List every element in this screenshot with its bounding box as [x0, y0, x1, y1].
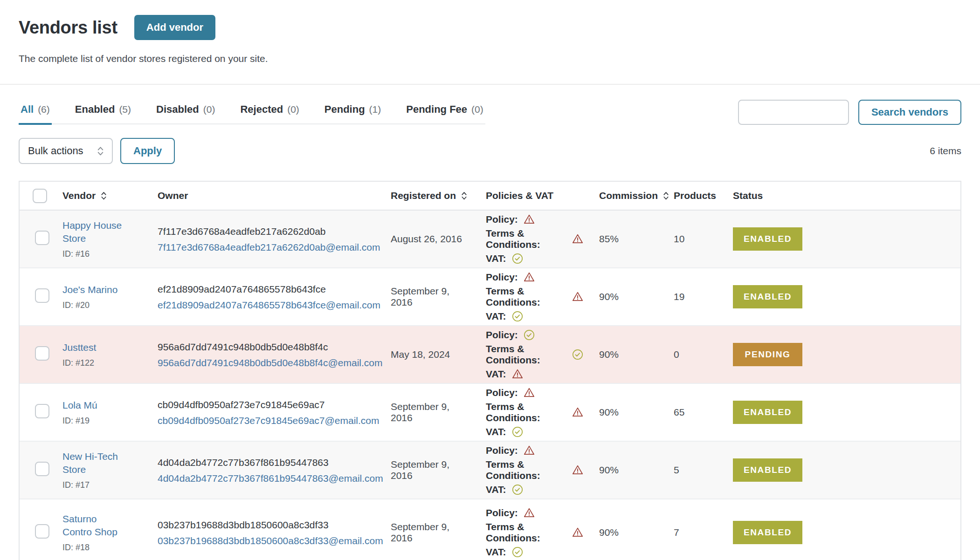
bulk-actions-select[interactable]: Bulk actions [19, 138, 113, 164]
chevron-updown-icon [97, 145, 104, 157]
tab-count: (6) [38, 104, 50, 115]
check-circle-icon [511, 546, 524, 558]
column-header-commission[interactable]: Commission [584, 190, 658, 201]
warning-icon [572, 464, 584, 476]
table-header-row: Vendor Owner Registered on Policies & VA… [20, 182, 960, 211]
vendor-id: ID: #17 [62, 480, 142, 490]
check-circle-icon [511, 253, 524, 265]
warning-icon [572, 291, 584, 303]
check-circle-icon [511, 484, 524, 496]
warning-icon [511, 368, 524, 380]
owner-name: 7f117e3d6768a4eadfeb217a6262d0ab [158, 225, 375, 238]
tab-count: (0) [287, 104, 299, 115]
registered-date: September 9, 2016 [375, 286, 470, 308]
column-header-registered-on[interactable]: Registered on [375, 190, 470, 201]
tab-all[interactable]: All (6) [19, 103, 52, 125]
column-label: Owner [158, 190, 188, 201]
page-subtitle: The complete list of vendor stores regis… [19, 53, 961, 64]
vendor-name-link[interactable]: Justtest [62, 341, 142, 354]
vendor-name-link[interactable]: New Hi-Tech Store [62, 450, 142, 477]
products-count: 7 [658, 527, 718, 538]
vat-label: VAT: [486, 426, 506, 437]
page-title: Vendors list [19, 18, 117, 38]
policy-label: Policy: [486, 214, 518, 225]
commission-value: 85% [584, 233, 658, 245]
column-label: Policies & VAT [486, 190, 553, 201]
vendor-name-link[interactable]: Saturno Contro Shop [62, 512, 119, 539]
column-label: Commission [599, 190, 658, 201]
add-vendor-button[interactable]: Add vendor [134, 15, 215, 40]
tab-rejected[interactable]: Rejected (0) [238, 103, 301, 125]
items-count: 6 items [930, 145, 961, 157]
table-row: Happy House Store ID: #16 7f117e3d6768a4… [20, 211, 960, 268]
check-circle-icon [523, 329, 535, 341]
vendor-name-link[interactable]: Joe's Marino [62, 283, 142, 296]
sort-icon [100, 191, 107, 201]
status-badge: PENDING [733, 343, 802, 366]
check-circle-icon [511, 310, 524, 322]
registered-date: May 18, 2024 [375, 349, 470, 360]
products-count: 5 [658, 464, 718, 476]
vendor-name-link[interactable]: Happy House Store [62, 219, 142, 246]
vendor-name-link[interactable]: Lola Mú [62, 399, 142, 412]
column-header-owner: Owner [142, 190, 375, 201]
registered-date: September 9, 2016 [375, 401, 470, 423]
vat-label: VAT: [486, 253, 506, 264]
policy-label: Policy: [486, 507, 518, 519]
check-circle-icon [572, 348, 584, 361]
owner-email-link[interactable]: 4d04da2b4772c77b367f861b95447863@email.c… [158, 473, 375, 484]
tab-count: (0) [471, 104, 483, 115]
tab-count: (0) [203, 104, 215, 115]
owner-email-link[interactable]: 03b237b19688d3bdb1850600a8c3df33@email.c… [158, 535, 375, 546]
tab-count: (1) [369, 104, 381, 115]
owner-name: 956a6d7dd7491c948b0db5d0e48b8f4c [158, 341, 375, 353]
owner-name: ef21d8909ad2407a764865578b643fce [158, 283, 375, 295]
search-vendors-button[interactable]: Search vendors [858, 100, 961, 125]
warning-icon [523, 507, 535, 519]
status-badge: ENABLED [733, 285, 802, 308]
owner-name: cb09d4dfb0950af273e7c91845e69ac7 [158, 398, 375, 411]
tab-pending-fee[interactable]: Pending Fee (0) [404, 103, 485, 125]
vendor-id: ID: #19 [62, 416, 142, 426]
sort-icon [461, 191, 468, 201]
owner-name: 03b237b19688d3bdb1850600a8c3df33 [158, 519, 375, 531]
search-input[interactable] [738, 100, 849, 125]
select-all-checkbox[interactable] [33, 189, 47, 203]
vendor-id: ID: #18 [62, 543, 119, 553]
owner-email-link[interactable]: ef21d8909ad2407a764865578b643fce@email.c… [158, 300, 375, 311]
table-row: Saturno Contro Shop ID: #18 03b237b19688… [20, 499, 960, 560]
vendor-id: ID: #20 [62, 300, 142, 310]
commission-value: 90% [584, 407, 658, 418]
commission-value: 90% [584, 527, 658, 538]
policy-label: Policy: [486, 329, 518, 341]
policy-label: Policy: [486, 445, 518, 456]
tab-disabled[interactable]: Disabled (0) [154, 103, 217, 125]
column-label: Vendor [62, 190, 96, 201]
registered-date: August 26, 2016 [375, 233, 470, 245]
commission-value: 90% [584, 291, 658, 302]
owner-email-link[interactable]: 956a6d7dd7491c948b0db5d0e48b8f4c@email.c… [158, 357, 375, 369]
owner-email-link[interactable]: cb09d4dfb0950af273e7c91845e69ac7@email.c… [158, 415, 375, 426]
registered-date: September 9, 2016 [375, 521, 470, 544]
column-label: Products [674, 190, 716, 201]
terms-label: Terms & Conditions: [486, 459, 566, 481]
warning-icon [523, 444, 535, 457]
commission-value: 90% [584, 349, 658, 360]
terms-label: Terms & Conditions: [486, 286, 566, 308]
tab-label: Pending Fee [406, 103, 467, 116]
registered-date: September 9, 2016 [375, 459, 470, 481]
tab-count: (5) [119, 104, 131, 115]
column-header-status: Status [718, 190, 960, 201]
warning-icon [572, 233, 584, 245]
tab-pending[interactable]: Pending (1) [323, 103, 383, 125]
column-header-vendor[interactable]: Vendor [47, 190, 142, 201]
policy-label: Policy: [486, 272, 518, 283]
check-circle-icon [511, 426, 524, 438]
status-badge: ENABLED [733, 401, 802, 424]
vat-label: VAT: [486, 369, 506, 380]
tab-enabled[interactable]: Enabled (5) [73, 103, 133, 125]
tab-label: Rejected [240, 103, 283, 116]
status-badge: ENABLED [733, 458, 802, 482]
apply-button[interactable]: Apply [120, 138, 175, 164]
owner-email-link[interactable]: 7f117e3d6768a4eadfeb217a6262d0ab@email.c… [158, 242, 375, 253]
